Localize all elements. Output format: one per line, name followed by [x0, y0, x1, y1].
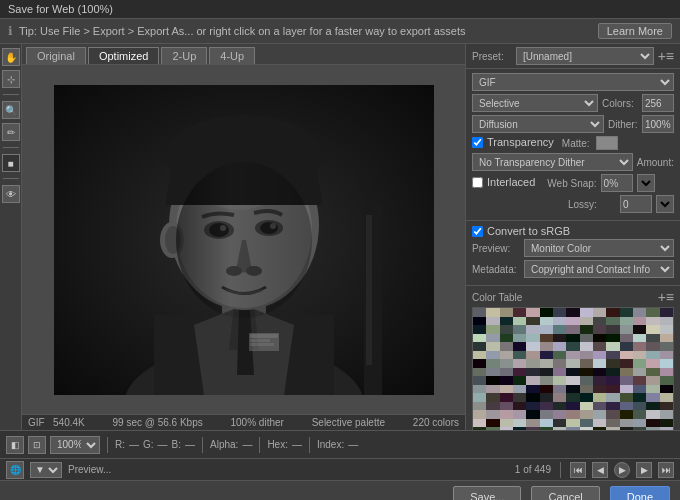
- color-table-cell[interactable]: [566, 427, 579, 430]
- color-table-cell[interactable]: [620, 393, 633, 402]
- color-table-cell[interactable]: [660, 342, 673, 351]
- color-table-cell[interactable]: [473, 376, 486, 385]
- color-table-cell[interactable]: [486, 342, 499, 351]
- color-table-cell[interactable]: [660, 376, 673, 385]
- color-table-cell[interactable]: [526, 317, 539, 326]
- color-table-cell[interactable]: [513, 317, 526, 326]
- color-table-cell[interactable]: [633, 308, 646, 317]
- color-table-cell[interactable]: [633, 368, 646, 377]
- color-table-cell[interactable]: [513, 308, 526, 317]
- color-table-cell[interactable]: [646, 334, 659, 343]
- resize-btn-right[interactable]: ⊡: [28, 436, 46, 454]
- color-table-cell[interactable]: [620, 359, 633, 368]
- color-table-cell[interactable]: [486, 334, 499, 343]
- color-table-cell[interactable]: [580, 419, 593, 428]
- color-table-cell[interactable]: [633, 419, 646, 428]
- color-table-cell[interactable]: [620, 368, 633, 377]
- color-table-cell[interactable]: [526, 376, 539, 385]
- color-table-cell[interactable]: [606, 342, 619, 351]
- color-table-cell[interactable]: [606, 351, 619, 360]
- color-swatch-tool[interactable]: ■: [2, 154, 20, 172]
- color-table-cell[interactable]: [473, 351, 486, 360]
- color-table-cell[interactable]: [593, 325, 606, 334]
- color-table-cell[interactable]: [620, 325, 633, 334]
- color-table-cell[interactable]: [513, 342, 526, 351]
- color-table-cell[interactable]: [473, 402, 486, 411]
- color-table-cell[interactable]: [606, 325, 619, 334]
- color-table-cell[interactable]: [553, 325, 566, 334]
- color-table-cell[interactable]: [646, 368, 659, 377]
- color-table-cell[interactable]: [486, 351, 499, 360]
- color-table-cell[interactable]: [593, 376, 606, 385]
- color-table-cell[interactable]: [526, 359, 539, 368]
- color-table-cell[interactable]: [553, 342, 566, 351]
- color-table-cell[interactable]: [646, 410, 659, 419]
- color-table-cell[interactable]: [620, 376, 633, 385]
- color-table-cell[interactable]: [540, 385, 553, 394]
- color-table-cell[interactable]: [606, 334, 619, 343]
- color-table-cell[interactable]: [540, 410, 553, 419]
- color-table-cell[interactable]: [486, 402, 499, 411]
- color-table-cell[interactable]: [553, 308, 566, 317]
- color-table-cell[interactable]: [633, 351, 646, 360]
- frame-play-button[interactable]: ▶: [614, 462, 630, 478]
- color-table-cell[interactable]: [540, 393, 553, 402]
- zoom-tool[interactable]: 🔍: [2, 101, 20, 119]
- color-table-cell[interactable]: [473, 342, 486, 351]
- color-table-cell[interactable]: [566, 419, 579, 428]
- color-table-cell[interactable]: [526, 385, 539, 394]
- tab-2up[interactable]: 2-Up: [161, 47, 207, 64]
- color-table-cell[interactable]: [473, 334, 486, 343]
- color-table-cell[interactable]: [486, 410, 499, 419]
- color-table-cell[interactable]: [513, 410, 526, 419]
- select-tool[interactable]: ⊹: [2, 70, 20, 88]
- dither-amount-input[interactable]: [642, 115, 674, 133]
- color-table-cell[interactable]: [540, 342, 553, 351]
- color-table-cell[interactable]: [620, 342, 633, 351]
- color-table-cell[interactable]: [606, 393, 619, 402]
- color-table-cell[interactable]: [580, 368, 593, 377]
- color-table-cell[interactable]: [633, 359, 646, 368]
- color-table-cell[interactable]: [553, 427, 566, 430]
- tab-original[interactable]: Original: [26, 47, 86, 64]
- color-table-cell[interactable]: [646, 376, 659, 385]
- color-table-cell[interactable]: [593, 308, 606, 317]
- color-table-cell[interactable]: [486, 393, 499, 402]
- color-table-cell[interactable]: [580, 402, 593, 411]
- color-table-cell[interactable]: [646, 351, 659, 360]
- preset-select[interactable]: [Unnamed]: [516, 47, 654, 65]
- preview-browser-button[interactable]: 🌐: [6, 461, 24, 479]
- color-table-cell[interactable]: [513, 325, 526, 334]
- color-table-cell[interactable]: [646, 385, 659, 394]
- color-table-cell[interactable]: [486, 368, 499, 377]
- color-table-cell[interactable]: [580, 410, 593, 419]
- tab-optimized[interactable]: Optimized: [88, 47, 160, 64]
- color-table-cell[interactable]: [500, 334, 513, 343]
- color-table-cell[interactable]: [660, 410, 673, 419]
- color-table-cell[interactable]: [553, 410, 566, 419]
- color-table-cell[interactable]: [473, 419, 486, 428]
- matte-color-swatch[interactable]: [596, 136, 618, 150]
- color-table-cell[interactable]: [500, 410, 513, 419]
- color-table-cell[interactable]: [486, 376, 499, 385]
- color-table-cell[interactable]: [606, 368, 619, 377]
- color-table-cell[interactable]: [633, 385, 646, 394]
- color-table-cell[interactable]: [500, 402, 513, 411]
- color-table-cell[interactable]: [526, 334, 539, 343]
- cancel-button[interactable]: Cancel: [531, 486, 599, 501]
- learn-more-button[interactable]: Learn More: [598, 23, 672, 39]
- color-table-cell[interactable]: [620, 385, 633, 394]
- color-table-cell[interactable]: [486, 419, 499, 428]
- resize-btn-left[interactable]: ◧: [6, 436, 24, 454]
- color-table-cell[interactable]: [620, 334, 633, 343]
- format-select[interactable]: GIF: [472, 73, 674, 91]
- color-table-cell[interactable]: [593, 385, 606, 394]
- convert-srgb-checkbox[interactable]: [472, 226, 483, 237]
- color-table-cell[interactable]: [580, 393, 593, 402]
- websnap-input[interactable]: [601, 174, 633, 192]
- frame-last-button[interactable]: ⏭: [658, 462, 674, 478]
- color-table-cell[interactable]: [566, 402, 579, 411]
- color-table-cell[interactable]: [606, 385, 619, 394]
- color-table-cell[interactable]: [500, 419, 513, 428]
- color-table-cell[interactable]: [633, 376, 646, 385]
